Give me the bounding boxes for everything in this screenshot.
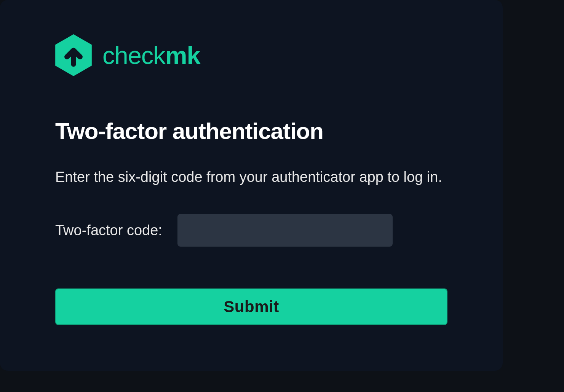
page-title: Two-factor authentication xyxy=(55,118,447,144)
auth-card: checkmk Two-factor authentication Enter … xyxy=(0,0,503,371)
submit-button[interactable]: Submit xyxy=(55,288,447,325)
description-text: Enter the six-digit code from your authe… xyxy=(55,167,447,187)
logo-text-bold: mk xyxy=(165,41,200,69)
checkmk-logo-icon xyxy=(55,34,92,76)
checkmk-logo-text: checkmk xyxy=(102,41,200,70)
two-factor-code-input[interactable] xyxy=(177,214,393,247)
logo-text-light: check xyxy=(102,41,165,69)
input-row: Two-factor code: xyxy=(55,214,447,247)
logo-container: checkmk xyxy=(55,34,447,76)
code-input-label: Two-factor code: xyxy=(55,222,162,239)
